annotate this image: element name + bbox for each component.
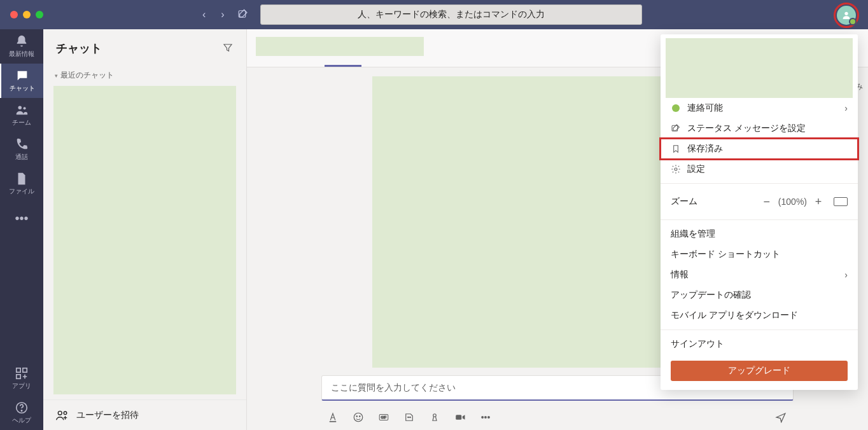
- menu-presence-label: 連絡可能: [687, 102, 723, 114]
- menu-settings-label: 設定: [687, 163, 705, 175]
- compose-icon[interactable]: [237, 8, 249, 22]
- rail-help[interactable]: ヘルプ: [0, 396, 43, 430]
- menu-keyboard-label: キーボード ショートカット: [671, 249, 780, 260]
- rail-files[interactable]: ファイル: [0, 167, 43, 201]
- rail-files-label: ファイル: [9, 187, 34, 196]
- svg-point-10: [64, 412, 67, 415]
- menu-about-label: 情報: [671, 269, 689, 281]
- menu-set-status-label: ステータス メッセージを設定: [687, 123, 806, 134]
- bell-icon: [15, 34, 29, 48]
- menu-download-mobile[interactable]: モバイル アプリをダウンロード: [661, 305, 858, 326]
- svg-point-18: [433, 414, 437, 417]
- menu-presence[interactable]: 連絡可能 ›: [661, 98, 858, 118]
- rail-chat[interactable]: チャット: [0, 64, 43, 98]
- rail-calls[interactable]: 通話: [0, 132, 43, 167]
- sticker-icon[interactable]: [403, 412, 415, 423]
- gif-icon[interactable]: GIF: [378, 412, 389, 423]
- more-tools-icon[interactable]: •••: [480, 412, 491, 423]
- format-icon[interactable]: [327, 412, 339, 423]
- message-input-placeholder: ここに質問を入力してください: [331, 382, 456, 394]
- nav-back-icon[interactable]: ‹: [202, 9, 206, 20]
- rail-apps[interactable]: アプリ: [0, 361, 43, 396]
- profile-avatar[interactable]: [837, 6, 856, 25]
- chat-list-panel: チャット ▾ 最近のチャット ユーザーを招待: [43, 29, 247, 430]
- menu-manage-org-label: 組織を管理: [671, 228, 715, 240]
- svg-point-17: [410, 417, 411, 418]
- search-placeholder: 人、キーワードの検索、またはコマンドの入力: [358, 9, 545, 20]
- svg-rect-4: [17, 368, 20, 372]
- menu-sign-out[interactable]: サインアウト: [661, 334, 858, 354]
- zoom-out-button[interactable]: −: [758, 196, 776, 207]
- menu-download-mobile-label: モバイル アプリをダウンロード: [671, 310, 798, 321]
- svg-point-12: [356, 416, 358, 417]
- chevron-right-icon: ›: [844, 103, 848, 113]
- rail-more[interactable]: •••: [0, 201, 43, 235]
- edit-icon: [671, 123, 681, 134]
- menu-divider: [661, 219, 858, 220]
- svg-point-21: [675, 168, 677, 170]
- filter-icon[interactable]: [222, 42, 234, 55]
- bookmark-icon: [671, 144, 681, 154]
- invite-users-button[interactable]: ユーザーを招待: [43, 399, 246, 430]
- svg-point-13: [360, 416, 361, 417]
- svg-point-16: [408, 417, 409, 418]
- invite-users-label: ユーザーを招待: [76, 410, 139, 421]
- praise-icon[interactable]: [429, 412, 440, 423]
- window-controls: [10, 11, 43, 18]
- svg-rect-5: [23, 368, 27, 372]
- menu-about[interactable]: 情報 ›: [661, 265, 858, 285]
- close-window-button[interactable]: [10, 11, 18, 18]
- rail-teams[interactable]: チーム: [0, 98, 43, 132]
- nav-forward-icon[interactable]: ›: [221, 9, 224, 20]
- invite-icon: [55, 408, 69, 422]
- svg-point-1: [844, 12, 848, 15]
- menu-manage-org[interactable]: 組織を管理: [661, 224, 858, 244]
- svg-point-2: [18, 106, 22, 110]
- apps-icon: [15, 366, 29, 380]
- svg-rect-19: [456, 415, 461, 420]
- search-input[interactable]: 人、キーワードの検索、またはコマンドの入力: [260, 4, 642, 25]
- recent-chats-header[interactable]: ▾ 最近のチャット: [43, 67, 246, 85]
- help-icon: [15, 401, 29, 415]
- svg-rect-6: [17, 375, 20, 378]
- menu-divider: [661, 329, 858, 330]
- recent-chats-label: 最近のチャット: [60, 70, 114, 81]
- compose-toolbar: GIF •••: [247, 405, 868, 430]
- chat-list-redacted: [53, 86, 236, 394]
- presence-available-icon: [671, 103, 681, 113]
- menu-settings[interactable]: 設定: [661, 159, 858, 179]
- maximize-window-button[interactable]: [36, 11, 43, 18]
- menu-check-updates[interactable]: アップデートの確認: [661, 285, 858, 305]
- active-tab-underline: [325, 65, 361, 67]
- file-icon: [15, 172, 29, 186]
- zoom-in-button[interactable]: +: [809, 196, 827, 207]
- profile-menu: 連絡可能 › ステータス メッセージを設定 保存済み 設定 ズーム − (100…: [661, 34, 858, 390]
- meet-now-icon[interactable]: [454, 412, 466, 423]
- menu-saved-label: 保存済み: [687, 143, 723, 155]
- fullscreen-icon[interactable]: [834, 197, 848, 206]
- app-rail: 最新情報 チャット チーム 通話 ファイル ••• アプリ ヘルプ: [0, 29, 43, 430]
- menu-saved[interactable]: 保存済み: [661, 139, 858, 159]
- emoji-icon[interactable]: [353, 412, 364, 423]
- rail-activity-label: 最新情報: [9, 50, 34, 59]
- minimize-window-button[interactable]: [23, 11, 31, 18]
- menu-divider: [661, 183, 858, 184]
- rail-activity[interactable]: 最新情報: [0, 29, 43, 64]
- chat-list-header: チャット: [43, 29, 246, 67]
- gear-icon: [671, 164, 681, 174]
- conversation-title-redacted: [256, 37, 424, 56]
- title-bar: ‹ › 人、キーワードの検索、またはコマンドの入力: [0, 0, 868, 29]
- menu-set-status[interactable]: ステータス メッセージを設定: [661, 118, 858, 139]
- send-icon[interactable]: [775, 412, 787, 423]
- upgrade-button[interactable]: アップグレード: [671, 361, 848, 381]
- chevron-right-icon: ›: [844, 270, 848, 280]
- nav-arrows: ‹ ›: [202, 9, 225, 20]
- more-icon: •••: [15, 211, 28, 225]
- svg-point-8: [21, 410, 22, 411]
- menu-keyboard-shortcuts[interactable]: キーボード ショートカット: [661, 244, 858, 265]
- phone-icon: [15, 137, 29, 151]
- chat-list-title: チャット: [56, 41, 102, 56]
- rail-teams-label: チーム: [12, 118, 31, 127]
- teams-icon: [15, 103, 29, 117]
- profile-card-redacted: [666, 38, 853, 98]
